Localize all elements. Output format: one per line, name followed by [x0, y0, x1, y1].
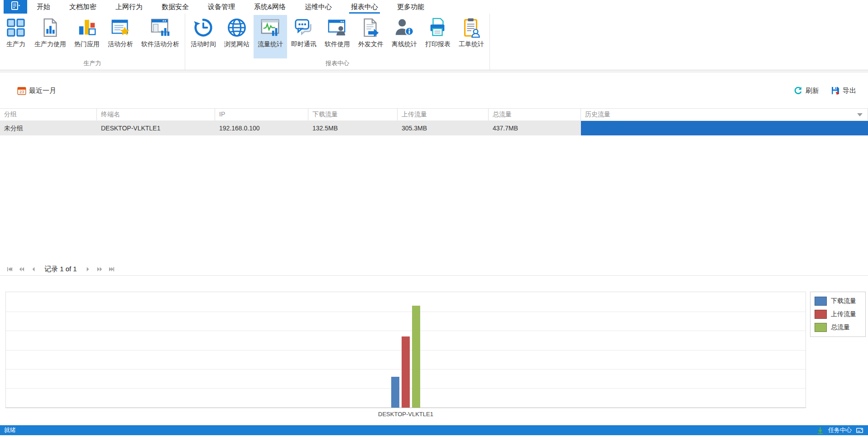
cell-group: 未分组: [0, 121, 97, 135]
cell-total: 437.7MB: [489, 121, 581, 135]
tab-web-behavior[interactable]: 上网行为: [106, 0, 152, 14]
traffic-table: 分组终端名IP下载流量上传流量总流量历史流量 未分组DESKTOP-VLKTLE…: [0, 108, 868, 263]
table-row[interactable]: 未分组DESKTOP-VLKTLE1192.168.0.100132.5MB30…: [0, 121, 868, 135]
ribbon-button-activity-time[interactable]: 活动时间: [187, 15, 220, 58]
tab-system-network[interactable]: 系统&网络: [245, 0, 295, 14]
productivity-grid-icon: [5, 17, 26, 38]
ribbon-button-label: 生产力使用: [34, 40, 66, 48]
table-header-row: 分组终端名IP下载流量上传流量总流量历史流量: [0, 109, 868, 121]
legend-label: 总流量: [831, 323, 850, 331]
history-traffic-bar: [581, 121, 868, 135]
ribbon-button-work-order-stats[interactable]: 工单统计: [455, 15, 488, 58]
ribbon-button-label: 生产力: [6, 40, 25, 48]
ribbon-button-label: 活动分析: [108, 40, 133, 48]
ribbon-button-label: 工单统计: [459, 40, 484, 48]
pager-first-icon[interactable]: [5, 265, 14, 274]
pager-record-label: 记录 1 of 1: [44, 265, 77, 274]
app-menu-icon: [10, 0, 21, 13]
tab-data-security[interactable]: 数据安全: [152, 0, 198, 14]
ribbon-button-top-apps[interactable]: 热门应用: [70, 15, 104, 58]
export-icon: [831, 86, 840, 95]
tab-start[interactable]: 开始: [27, 0, 60, 14]
legend-item: 下载流量: [815, 297, 861, 306]
chart-category-label: DESKTOP-VLKTLE1: [5, 411, 806, 418]
ribbon-button-offline-stats[interactable]: 离线统计: [388, 15, 421, 58]
ribbon-button-productivity[interactable]: 生产力: [1, 15, 30, 58]
column-menu-arrow-icon[interactable]: [857, 113, 863, 116]
column-header-upload[interactable]: 上传流量: [398, 109, 489, 120]
tab-report-center[interactable]: 报表中心: [341, 0, 388, 14]
date-range-filter[interactable]: 23 最近一月: [17, 86, 56, 95]
legend-swatch-icon: [815, 297, 827, 306]
pager-next-group-icon[interactable]: [95, 265, 105, 274]
cell-download: 132.5MB: [308, 121, 398, 135]
tab-strip: 开始文档加密上网行为数据安全设备管理系统&网络运维中心报表中心更多功能: [27, 0, 434, 14]
ribbon-group-label: 生产力: [1, 58, 183, 70]
ribbon-button-activity-analysis[interactable]: 活动分析: [104, 15, 137, 58]
ribbon-button-outgoing-files[interactable]: 外发文件: [354, 15, 388, 58]
export-button[interactable]: 导出: [831, 86, 856, 95]
ribbon-button-label: 流量统计: [258, 40, 283, 48]
cell-ip: 192.168.0.100: [215, 121, 308, 135]
column-header-download[interactable]: 下载流量: [308, 109, 398, 120]
column-header-terminal[interactable]: 终端名: [97, 109, 215, 120]
window-bar-chart-icon: [150, 17, 171, 38]
cell-upload: 305.3MB: [398, 121, 489, 135]
ribbon-button-label: 软件使用: [325, 40, 350, 48]
ribbon-button-print-report[interactable]: 打印报表: [421, 15, 455, 58]
task-center-button[interactable]: 任务中心: [828, 426, 852, 434]
ribbon: 生产力生产力使用热门应用活动分析软件活动分析生产力活动时间浏览网站流量统计即时通…: [0, 14, 868, 70]
status-bar: 就绪 任务中心: [0, 425, 868, 435]
pager-last-icon[interactable]: [107, 265, 117, 274]
bar-下载流量[interactable]: [391, 377, 399, 408]
ribbon-button-label: 即时通讯: [291, 40, 317, 48]
status-ready-label: 就绪: [4, 426, 16, 434]
tab-device-mgmt[interactable]: 设备管理: [198, 0, 245, 14]
tab-doc-encryption[interactable]: 文档加密: [60, 0, 106, 14]
ribbon-button-label: 打印报表: [425, 40, 451, 48]
legend-swatch-icon: [815, 323, 827, 332]
ribbon-button-web-browsing[interactable]: 浏览网站: [220, 15, 254, 58]
ribbon-button-software-usage[interactable]: 软件使用: [321, 15, 354, 58]
column-header-ip[interactable]: IP: [215, 109, 308, 120]
ribbon-group-0: 生产力生产力使用热门应用活动分析软件活动分析生产力: [0, 14, 185, 70]
column-header-group[interactable]: 分组: [0, 109, 97, 120]
ribbon-group-1: 活动时间浏览网站流量统计即时通讯软件使用外发文件离线统计打印报表工单统计报表中心: [185, 14, 490, 70]
bar-上传流量[interactable]: [402, 336, 410, 408]
chart-bar-group: [391, 306, 420, 408]
traffic-bar-chart: DESKTOP-VLKTLE1 下载流量上传流量总流量: [0, 276, 868, 425]
pager-next-icon[interactable]: [83, 265, 93, 274]
svg-text:23: 23: [19, 89, 24, 94]
ribbon-button-label: 浏览网站: [224, 40, 249, 48]
ribbon-button-traffic-stats[interactable]: 流量统计: [254, 15, 287, 58]
window-user-icon: [327, 17, 348, 38]
ribbon-button-software-activity-analysis[interactable]: 软件活动分析: [137, 15, 183, 58]
ribbon-button-label: 离线统计: [392, 40, 417, 48]
legend-swatch-icon: [815, 310, 827, 319]
app-menu-button[interactable]: [4, 0, 27, 14]
legend-label: 上传流量: [831, 310, 856, 318]
doc-bar-chart-icon: [40, 17, 61, 38]
console-monitor-icon[interactable]: [856, 427, 863, 434]
pager-prev-group-icon[interactable]: [16, 265, 26, 274]
tab-more-features[interactable]: 更多功能: [388, 0, 434, 14]
doc-star-icon: [110, 17, 131, 38]
chat-icon: [293, 17, 314, 38]
ribbon-button-label: 外发文件: [358, 40, 384, 48]
column-header-total[interactable]: 总流量: [489, 109, 581, 120]
chart-plot-area: [5, 292, 806, 408]
ribbon-button-label: 热门应用: [74, 40, 100, 48]
pager-prev-icon[interactable]: [28, 265, 38, 274]
ribbon-button-productivity-usage[interactable]: 生产力使用: [30, 15, 70, 58]
cell-terminal: DESKTOP-VLKTLE1: [97, 121, 215, 135]
column-header-history[interactable]: 历史流量: [581, 109, 868, 120]
bar-总流量[interactable]: [412, 306, 420, 408]
tab-ops-center[interactable]: 运维中心: [295, 0, 341, 14]
ribbon-tab-bar: 开始文档加密上网行为数据安全设备管理系统&网络运维中心报表中心更多功能: [0, 0, 868, 14]
refresh-label: 刷新: [806, 86, 819, 95]
ribbon-button-instant-messaging[interactable]: 即时通讯: [287, 15, 321, 58]
refresh-button[interactable]: 刷新: [794, 86, 819, 95]
legend-item: 上传流量: [815, 310, 861, 319]
history-clock-icon: [193, 17, 214, 38]
cell-history: [581, 121, 868, 135]
